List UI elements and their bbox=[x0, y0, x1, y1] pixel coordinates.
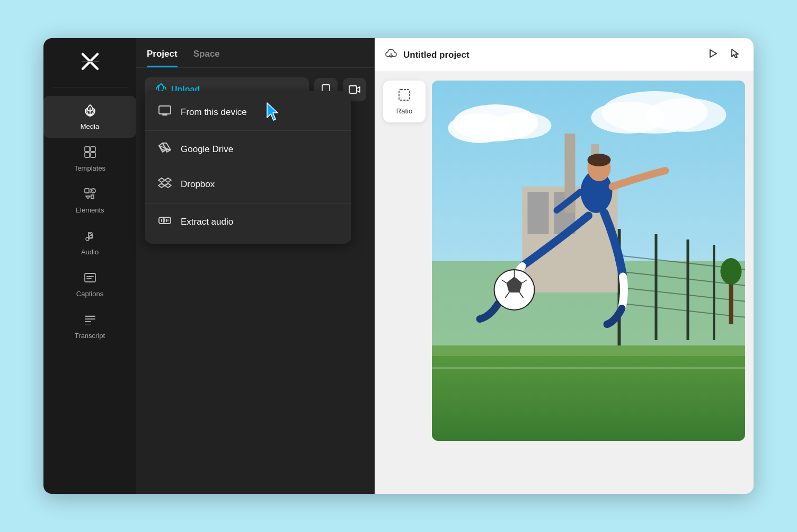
sidebar: Media Templates bbox=[43, 38, 136, 494]
google-drive-label: Google Drive bbox=[181, 144, 233, 155]
preview-content: Ratio bbox=[375, 72, 754, 494]
sidebar-item-audio[interactable]: Audio bbox=[43, 221, 136, 263]
soccer-photo bbox=[432, 81, 745, 441]
separator-1 bbox=[145, 130, 351, 131]
sidebar-item-media[interactable]: Media bbox=[43, 96, 136, 138]
dropbox-label: Dropbox bbox=[181, 179, 215, 190]
ratio-icon bbox=[397, 88, 411, 105]
svg-rect-45 bbox=[687, 240, 689, 340]
svg-rect-40 bbox=[432, 345, 745, 441]
upload-dropdown: From this device Google Drive bbox=[145, 91, 351, 244]
sidebar-item-transcript[interactable]: Transcript bbox=[43, 305, 136, 347]
preview-cloud-icon bbox=[385, 48, 397, 61]
preview-panel: Untitled project Ratio bbox=[375, 38, 754, 494]
from-device-label: From this device bbox=[181, 107, 247, 118]
sidebar-divider bbox=[53, 87, 127, 87]
tab-space[interactable]: Space bbox=[193, 49, 220, 67]
tab-bar: Project Space bbox=[136, 38, 375, 68]
audio-icon bbox=[83, 229, 97, 245]
svg-rect-41 bbox=[432, 367, 745, 369]
svg-rect-12 bbox=[85, 273, 95, 282]
dropdown-item-from-device[interactable]: From this device bbox=[145, 95, 351, 129]
extract-audio-icon bbox=[157, 214, 172, 230]
sidebar-item-transcript-label: Transcript bbox=[75, 332, 105, 340]
preview-title: Untitled project bbox=[403, 50, 698, 60]
svg-rect-66 bbox=[729, 282, 733, 324]
svg-rect-2 bbox=[85, 147, 90, 152]
google-drive-icon bbox=[157, 141, 172, 157]
app-container: Media Templates bbox=[43, 38, 754, 494]
sidebar-item-media-label: Media bbox=[81, 122, 99, 130]
sidebar-item-templates[interactable]: Templates bbox=[43, 138, 136, 180]
dropdown-item-extract-audio[interactable]: Extract audio bbox=[145, 205, 351, 240]
monitor-icon bbox=[157, 105, 172, 120]
transcript-icon bbox=[83, 313, 97, 329]
svg-point-36 bbox=[493, 112, 552, 139]
sidebar-item-templates-label: Templates bbox=[74, 164, 105, 172]
svg-rect-46 bbox=[713, 245, 715, 340]
svg-rect-32 bbox=[399, 90, 410, 100]
svg-rect-22 bbox=[349, 86, 357, 93]
ratio-label: Ratio bbox=[396, 107, 412, 115]
svg-rect-6 bbox=[85, 189, 89, 193]
templates-icon bbox=[83, 145, 97, 161]
preview-header: Untitled project bbox=[375, 38, 754, 72]
dropbox-icon bbox=[157, 176, 172, 192]
media-icon bbox=[83, 103, 97, 119]
ratio-panel[interactable]: Ratio bbox=[383, 81, 426, 122]
extract-audio-label: Extract audio bbox=[181, 217, 233, 227]
elements-icon bbox=[83, 187, 97, 203]
svg-point-58 bbox=[588, 154, 611, 166]
separator-2 bbox=[145, 203, 351, 203]
svg-rect-23 bbox=[159, 106, 171, 114]
captions-icon bbox=[83, 271, 97, 287]
svg-rect-3 bbox=[91, 147, 95, 152]
play-button[interactable] bbox=[705, 46, 721, 64]
sidebar-item-elements[interactable]: Elements bbox=[43, 180, 136, 221]
sidebar-item-captions-label: Captions bbox=[76, 290, 103, 298]
svg-rect-5 bbox=[91, 153, 95, 157]
dropdown-item-google-drive[interactable]: Google Drive bbox=[145, 132, 351, 167]
svg-rect-4 bbox=[85, 153, 90, 157]
middle-panel: Project Space Upload bbox=[136, 38, 375, 494]
svg-point-67 bbox=[721, 258, 742, 285]
soccer-image bbox=[432, 81, 745, 441]
svg-point-39 bbox=[647, 98, 727, 132]
sidebar-item-captions[interactable]: Captions bbox=[43, 263, 136, 305]
app-logo[interactable] bbox=[77, 49, 103, 74]
sidebar-item-audio-label: Audio bbox=[81, 248, 99, 256]
svg-rect-44 bbox=[655, 234, 658, 340]
tab-project[interactable]: Project bbox=[147, 49, 178, 67]
dropdown-item-dropbox[interactable]: Dropbox bbox=[145, 167, 351, 202]
pointer-button[interactable] bbox=[727, 46, 743, 64]
svg-rect-52 bbox=[528, 192, 549, 234]
sidebar-item-elements-label: Elements bbox=[75, 206, 104, 214]
